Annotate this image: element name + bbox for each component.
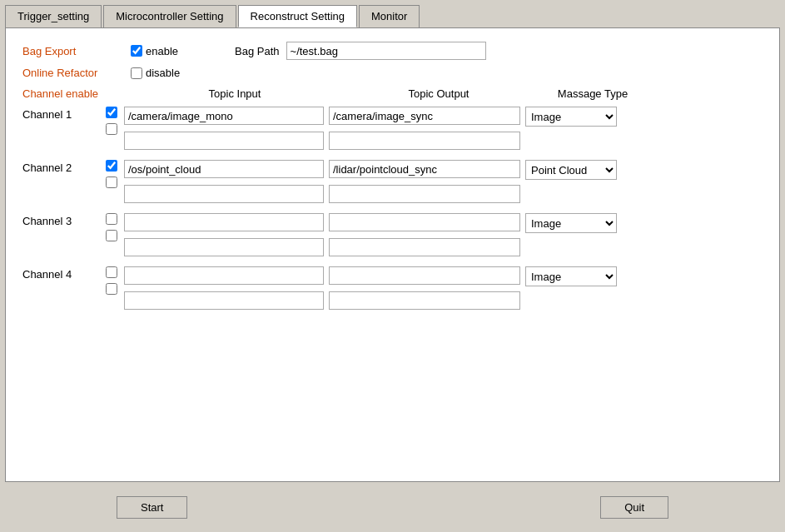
online-refactor-disable-label: disable — [146, 67, 180, 79]
online-refactor-label: Online Refactor — [22, 67, 131, 79]
tab-reconstruct-setting[interactable]: Reconstruct Setting — [238, 5, 357, 27]
start-button[interactable]: Start — [117, 496, 187, 519]
channel-1-row2-topic-output[interactable] — [329, 132, 520, 150]
channel-2-row1-topic-output[interactable] — [329, 160, 520, 178]
channel-3-label: Channel 3 — [22, 213, 106, 227]
channel-4-row2-checkbox[interactable] — [106, 283, 117, 295]
channel-1-row1-topic-input[interactable] — [124, 107, 324, 125]
tab-trigger-setting[interactable]: Trigger_setting — [5, 5, 102, 27]
channel-3-row2-topic-output[interactable] — [329, 238, 520, 256]
channel-3-group: Channel 3 Image Point Cloud IMU — [22, 213, 763, 256]
channel-1-message-type-select[interactable]: Image Point Cloud IMU — [525, 107, 617, 127]
channel-4-row1-topic-input[interactable] — [124, 266, 324, 285]
online-refactor-checkbox[interactable] — [131, 67, 142, 79]
channel-2-group: Channel 2 Image Point Cloud IMU — [22, 160, 763, 203]
channel-1-label: Channel 1 — [22, 107, 106, 121]
tab-monitor[interactable]: Monitor — [359, 5, 420, 27]
channel-1-row1-checkbox[interactable] — [106, 107, 117, 118]
bag-export-enable-label: enable — [146, 45, 178, 57]
bag-path-label: Bag Path — [235, 45, 280, 57]
channel-2-row2-topic-input[interactable] — [124, 185, 324, 203]
channel-4-row1-topic-output[interactable] — [329, 266, 520, 285]
channel-3-row1-topic-input[interactable] — [124, 213, 324, 231]
channel-3-row2-topic-input[interactable] — [124, 238, 324, 256]
main-content: Bag Export enable Bag Path Online Refact… — [5, 27, 780, 482]
channel-2-message-type-select[interactable]: Image Point Cloud IMU — [525, 160, 617, 180]
channel-2-row2-topic-output[interactable] — [329, 185, 520, 203]
bag-export-label: Bag Export — [22, 45, 131, 57]
tab-microcontroller-setting[interactable]: Microcontroller Setting — [103, 5, 236, 27]
channel-4-group: Channel 4 Image Point Cloud IMU — [22, 266, 763, 310]
channel-3-row2-checkbox[interactable] — [106, 230, 117, 241]
channel-enable-header: Channel enable — [22, 87, 98, 100]
tab-bar: Trigger_setting Microcontroller Setting … — [0, 0, 785, 27]
channel-3-message-type-select[interactable]: Image Point Cloud IMU — [525, 213, 617, 233]
channel-4-row2-topic-output[interactable] — [329, 291, 520, 310]
channel-2-row2-checkbox[interactable] — [106, 177, 117, 188]
channel-4-message-type-select[interactable]: Image Point Cloud IMU — [525, 266, 617, 286]
massage-type-header: Massage Type — [558, 87, 628, 100]
topic-input-header: Topic Input — [209, 87, 261, 100]
bottom-bar: Start Quit — [0, 482, 785, 532]
channel-2-row1-checkbox[interactable] — [106, 160, 117, 172]
channel-1-row2-checkbox[interactable] — [106, 123, 117, 135]
channel-4-row2-topic-input[interactable] — [124, 291, 324, 310]
channel-1-group: Channel 1 Image Point Cloud IMU — [22, 107, 763, 150]
channel-2-row1-topic-input[interactable] — [124, 160, 324, 178]
channel-4-label: Channel 4 — [22, 266, 106, 281]
channel-3-row1-checkbox[interactable] — [106, 213, 117, 225]
bag-export-checkbox[interactable] — [131, 45, 142, 57]
channel-2-label: Channel 2 — [22, 160, 106, 174]
channel-4-row1-checkbox[interactable] — [106, 266, 117, 278]
bag-path-input[interactable] — [286, 42, 486, 60]
channel-3-row1-topic-output[interactable] — [329, 213, 520, 231]
topic-output-header: Topic Output — [409, 87, 470, 100]
channel-1-row1-topic-output[interactable] — [329, 107, 520, 125]
channel-1-row2-topic-input[interactable] — [124, 132, 324, 150]
quit-button[interactable]: Quit — [600, 496, 668, 519]
